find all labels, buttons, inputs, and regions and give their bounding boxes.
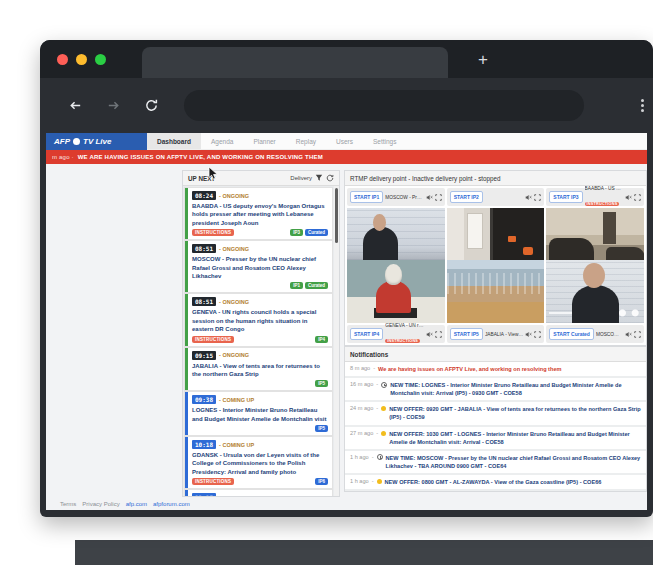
minimize-window-button[interactable] [76,54,87,65]
event-status: - ONGOING [219,193,249,199]
notification-dash: - [376,405,378,411]
browser-tab[interactable] [142,47,448,78]
nav-tab-dashboard[interactable]: Dashboard [147,133,201,149]
up-next-item[interactable]: 10:18- COMING UPGDANSK - Ursula von der … [185,437,332,488]
up-next-scrollbar[interactable] [334,186,339,496]
up-next-item-top: 08:51- ONGOING [192,244,328,253]
fullscreen-icon[interactable] [534,331,541,338]
notification-dash: - [376,430,378,436]
new-tab-button[interactable]: + [470,47,496,73]
window-controls [57,54,106,65]
up-next-item[interactable]: 08:51- ONGOINGMOSCOW - Presser by the UN… [185,241,332,292]
mute-speaker-icon[interactable] [525,331,532,338]
mute-speaker-icon[interactable] [426,331,433,338]
refresh-icon[interactable] [326,174,334,182]
video-control-icons [625,194,641,201]
nav-tab-settings[interactable]: Settings [363,133,407,149]
notification-text: NEW TIME: LOGNES - Interior Minister Bru… [390,381,641,397]
delivery-badge: IP6 [315,478,328,485]
ip-badges: IP1Curated [290,282,328,289]
close-window-button[interactable] [57,54,68,65]
ip-badges: IP5 [315,380,328,387]
footer-link-privacy-policy: Privacy Policy [82,501,119,507]
delivery-filter-label[interactable]: Delivery [290,175,312,181]
new-offer-dot-icon [381,431,386,436]
notifications-list: 8 m ago-We are having issues on AFPTV Li… [345,362,646,492]
video-thumbnail[interactable] [546,208,644,260]
address-bar[interactable] [184,90,584,121]
event-status: - COMING UP [219,495,254,496]
fullscreen-icon[interactable] [534,194,541,201]
up-next-item[interactable]: 09:38- COMING UPLOGNES - Interior Minist… [185,392,332,435]
video-thumbnail[interactable] [347,208,445,260]
up-next-item-top: 11:15- COMING UP [192,493,328,496]
up-next-item[interactable]: 11:15- COMING UPTWICKENHAM - Rugby/Six N… [185,490,332,496]
mute-speaker-icon[interactable] [525,194,532,201]
notification-row: 24 m ago-NEW OFFER: 0920 GMT - JABALIA -… [345,402,646,424]
notification-row: 8 m ago-We are having issues on AFPTV Li… [345,362,646,376]
notification-text: NEW TIME: MOSCOW - Presser by the UN nuc… [386,454,641,470]
start-stream-button[interactable]: START IP4 [350,328,383,340]
up-next-item-top: 10:18- COMING UP [192,440,328,449]
event-title: GENEVA - UN rights council holds a speci… [192,308,328,333]
mute-speaker-icon[interactable] [625,331,632,338]
forward-button[interactable] [102,94,124,116]
filter-funnel-icon[interactable] [315,174,323,182]
desktop-bottom-strip [75,540,653,565]
new-offer-dot-icon [377,479,382,484]
instructions-badge: INSTRUCTIONS [385,339,420,343]
notification-dash: - [376,381,378,387]
video-thumbnail[interactable] [447,208,545,260]
video-title: BAABDA - US deputy en... [585,186,623,191]
mute-speaker-icon[interactable] [426,194,433,201]
nav-tab-users[interactable]: Users [326,133,363,149]
event-time-badge: 10:18 [192,440,216,449]
video-control-texts: GENEVA - UN rights cou...INSTRUCTIONS [385,323,423,346]
forward-arrow-icon [106,98,121,113]
browser-tab-strip: + [40,40,653,78]
afp-tv-live-logo: AFP TV Live [46,133,147,150]
footer-link-afpforum-com[interactable]: afpforum.com [153,501,190,507]
nav-tab-planner[interactable]: Planner [243,133,285,149]
video-thumbnail[interactable] [347,260,445,323]
video-thumbnail[interactable] [447,260,545,323]
nav-tab-agenda[interactable]: Agenda [201,133,243,149]
event-title: BAABDA - US deputy envoy's Morgan Ortagu… [192,202,328,227]
event-badges: INSTRUCTIONSIP3Curated [192,229,328,236]
fullscreen-icon[interactable] [634,194,641,201]
fullscreen-icon[interactable] [435,194,442,201]
event-status: - COMING UP [219,397,254,403]
new-offer-dot-icon [381,406,386,411]
video-control-bar: START IP4GENEVA - UN rights cou...INSTRU… [347,325,445,343]
up-next-item[interactable]: 09:15- ONGOINGJABALIA - View of tents ar… [185,348,332,391]
start-stream-button[interactable]: START IP1 [350,191,383,203]
back-button[interactable] [64,94,86,116]
maximize-window-button[interactable] [95,54,106,65]
instructions-badge: INSTRUCTIONS [192,478,234,485]
start-stream-button[interactable]: START IP5 [450,328,483,340]
fullscreen-icon[interactable] [435,331,442,338]
up-next-item[interactable]: 08:51- ONGOINGGENEVA - UN rights council… [185,294,332,345]
footer-link-afp-com[interactable]: afp.com [126,501,147,507]
start-stream-button[interactable]: START IP2 [450,191,483,203]
delivery-badge: Curated [305,229,328,236]
start-stream-button[interactable]: START IP3 [549,191,582,203]
browser-menu-button[interactable] [634,94,650,116]
notification-text: NEW OFFER: 0920 GMT - JABALIA - View of … [389,405,641,421]
mute-speaker-icon[interactable] [625,194,632,201]
fullscreen-icon[interactable] [634,331,641,338]
logo-dot-icon [73,138,80,145]
up-next-list: 08:24- ONGOINGBAABDA - US deputy envoy's… [183,186,339,496]
delivery-badge: IP1 [290,282,303,289]
reload-button[interactable] [140,94,162,116]
nav-tab-replay[interactable]: Replay [286,133,326,149]
start-stream-button[interactable]: START Curated [549,328,594,340]
event-time-badge: 08:51 [192,297,216,306]
video-thumbnail[interactable] [546,260,644,323]
alert-banner: m ago · WE ARE HAVING ISSUES ON AFPTV LI… [46,150,647,164]
page-footer: TermsPrivacy Policyafp.comafpforum.com [60,501,190,507]
up-next-item[interactable]: 08:24- ONGOINGBAABDA - US deputy envoy's… [185,188,332,239]
ip-badges: IP3Curated [290,229,328,236]
up-next-item-top: 08:24- ONGOING [192,191,328,200]
delivery-badge: IP5 [315,380,328,387]
